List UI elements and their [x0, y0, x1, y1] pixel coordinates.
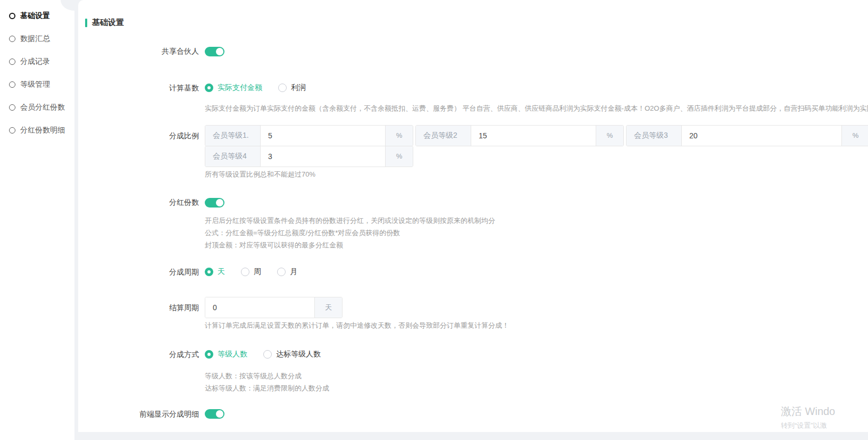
radio-level-headcount[interactable]: 等级人数 — [205, 350, 247, 359]
section-title: 基础设置 — [85, 18, 868, 28]
radio-selected-icon — [205, 84, 213, 92]
circle-icon — [9, 36, 15, 42]
radio-label: 实际支付金额 — [218, 83, 262, 93]
sidebar-item-basic-settings[interactable]: 基础设置 — [0, 4, 74, 27]
settings-sidebar: 基础设置 数据汇总 分成记录 等级管理 会员分红份数 分红份数明细 — [0, 0, 74, 440]
ratio-level4-input[interactable] — [261, 146, 385, 167]
radio-label: 等级人数 — [218, 350, 247, 359]
radio-unselected-icon — [277, 268, 286, 276]
radio-label: 达标等级人数 — [276, 350, 321, 359]
front-display-label: 前端显示分成明细 — [85, 409, 205, 419]
share-partner-toggle[interactable] — [205, 47, 224, 56]
percent-suffix: % — [596, 126, 623, 146]
share-partner-row: 共享合伙人 — [85, 46, 868, 56]
sidebar-item-level-management[interactable]: 等级管理 — [0, 73, 74, 96]
ratio-level1-input[interactable] — [261, 126, 385, 146]
sidebar-menu: 基础设置 数据汇总 分成记录 等级管理 会员分红份数 分红份数明细 — [0, 0, 74, 142]
radio-label: 天 — [218, 267, 225, 277]
ratio-level3-prefix: 会员等级3 — [627, 126, 682, 146]
front-display-row: 前端显示分成明细 — [85, 409, 868, 419]
radio-label: 月 — [290, 267, 297, 277]
settings-panel: 基础设置 共享合伙人 计算基数 实际支付金额 — [78, 0, 868, 432]
percent-suffix: % — [841, 126, 868, 146]
share-cycle-label: 分成周期 — [85, 267, 205, 277]
radio-cycle-week[interactable]: 周 — [241, 267, 261, 277]
radio-unselected-icon — [241, 268, 249, 276]
ratio-note: 所有等级设置比例总和不能超过70% — [205, 170, 868, 178]
dividend-shares-row: 分红份数 开启后分红按等级设置条件会员持有的份数进行分红，关闭或没设定的等级则按… — [85, 197, 868, 251]
radio-qualified-headcount[interactable]: 达标等级人数 — [263, 350, 321, 359]
sidebar-item-label: 分红份数明细 — [20, 126, 65, 135]
ratio-level4-group: 会员等级4 % — [205, 146, 413, 167]
settle-cycle-input[interactable] — [205, 297, 314, 318]
circle-icon — [9, 81, 15, 88]
page-title: 基础设置 — [92, 18, 124, 28]
radio-cycle-day[interactable]: 天 — [205, 267, 225, 277]
sidebar-item-data-summary[interactable]: 数据汇总 — [0, 27, 74, 50]
radio-selected-icon — [205, 350, 213, 359]
share-method-label: 分成方式 — [85, 350, 205, 359]
dividend-shares-label: 分红份数 — [85, 197, 205, 207]
radio-label: 周 — [254, 267, 261, 277]
calc-base-label: 计算基数 — [85, 83, 205, 93]
sidebar-item-member-dividend-shares[interactable]: 会员分红份数 — [0, 96, 74, 119]
front-display-toggle[interactable] — [205, 409, 224, 419]
settle-cycle-description: 计算订单完成后满足设置天数的累计订单，请勿中途修改天数，否则会导致部分订单重复计… — [205, 321, 868, 329]
radio-profit[interactable]: 利润 — [278, 83, 306, 93]
ratio-level2-group: 会员等级2 % — [415, 125, 624, 146]
circle-icon — [9, 104, 15, 111]
sidebar-item-dividend-share-details[interactable]: 分红份数明细 — [0, 119, 74, 142]
dividend-shares-toggle[interactable] — [205, 198, 224, 207]
calc-base-row: 计算基数 实际支付金额 利润 实际支付金额为订单实际支付的金额（含余额支付，不含… — [85, 83, 868, 112]
radio-unselected-icon — [278, 84, 287, 92]
ratio-level2-prefix: 会员等级2 — [416, 126, 471, 146]
settle-cycle-label: 结算周期 — [85, 297, 205, 318]
dividend-desc-line: 开启后分红按等级设置条件会员持有的份数进行分红，关闭或没设定的等级则按原来的机制… — [205, 214, 868, 227]
settle-cycle-group: 天 — [205, 297, 343, 318]
dividend-desc-line: 公式：分红金额=等级分红总额度/分红份数*对应会员获得的份数 — [205, 227, 868, 239]
sidebar-item-label: 分成记录 — [20, 57, 50, 67]
title-accent-bar — [85, 19, 87, 27]
calc-base-description: 实际支付金额为订单实际支付的金额（含余额支付，不含余额抵扣、运费、服务费） 平台… — [205, 104, 868, 112]
share-cycle-row: 分成周期 天 周 月 — [85, 267, 868, 277]
radio-label: 利润 — [291, 83, 306, 93]
sidebar-item-label: 基础设置 — [20, 11, 50, 21]
ratio-level2-input[interactable] — [471, 126, 596, 146]
radio-cycle-month[interactable]: 月 — [277, 267, 297, 277]
ratio-level3-group: 会员等级3 % — [626, 125, 868, 146]
settle-cycle-row: 结算周期 天 计算订单完成后满足设置天数的累计订单，请勿中途修改天数，否则会导致… — [85, 297, 868, 329]
radio-selected-icon — [205, 268, 213, 276]
radio-unselected-icon — [263, 350, 272, 359]
ratio-level3-input[interactable] — [682, 126, 841, 146]
sidebar-item-label: 数据汇总 — [20, 34, 50, 44]
method-desc-line: 达标等级人数：满足消费限制的人数分成 — [205, 382, 868, 394]
day-suffix: 天 — [314, 297, 342, 318]
share-ratio-label: 分成比例 — [85, 125, 205, 146]
circle-icon — [9, 59, 15, 65]
share-ratio-row: 分成比例 会员等级1. % 会员等级2 % — [85, 125, 868, 178]
ratio-level4-prefix: 会员等级4 — [205, 146, 261, 167]
circle-icon — [9, 13, 15, 19]
dividend-desc-line: 封顶金额：对应等级可以获得的最多分红金额 — [205, 239, 868, 251]
ratio-level1-prefix: 会员等级1. — [205, 126, 261, 146]
circle-icon — [9, 127, 15, 134]
ratio-level1-group: 会员等级1. % — [205, 125, 413, 146]
share-partner-label: 共享合伙人 — [85, 46, 205, 56]
sidebar-item-share-records[interactable]: 分成记录 — [0, 50, 74, 73]
sidebar-item-label: 会员分红份数 — [20, 103, 65, 112]
sidebar-item-label: 等级管理 — [20, 80, 50, 89]
percent-suffix: % — [385, 146, 413, 167]
radio-actual-paid-amount[interactable]: 实际支付金额 — [205, 83, 262, 93]
percent-suffix: % — [385, 126, 413, 146]
share-method-row: 分成方式 等级人数 达标等级人数 等级人数：按该等级总人数分成 — [85, 350, 868, 394]
method-desc-line: 等级人数：按该等级总人数分成 — [205, 370, 868, 382]
